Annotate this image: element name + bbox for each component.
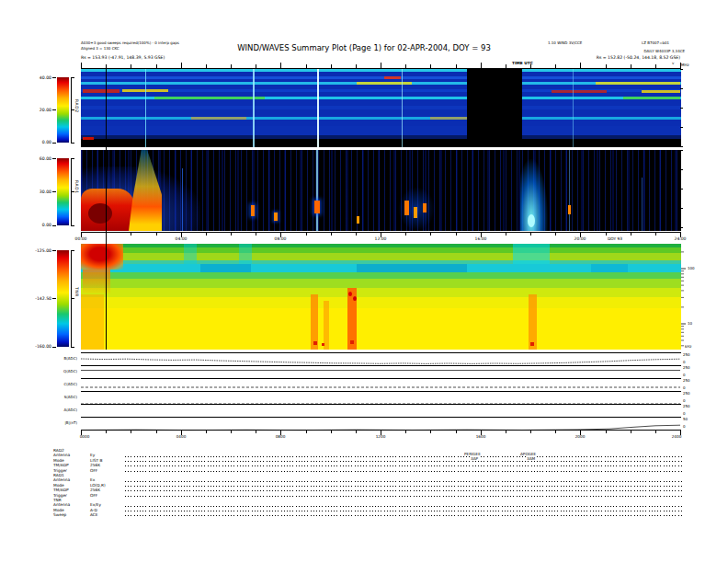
burst-blob [404, 201, 409, 215]
burst-blob [568, 205, 571, 214]
spectral-feature [552, 90, 607, 93]
strip-label: |B|(nT) [46, 420, 77, 425]
time-tick: 0400 [176, 434, 187, 439]
spectral-feature [384, 76, 401, 79]
header-daily: DAILY W4033P 3,34CE [644, 49, 685, 53]
rad1-right-ticks [680, 150, 683, 231]
burst-line [253, 69, 255, 147]
strip-scale: 250 [683, 352, 690, 357]
spectral-feature [642, 90, 680, 93]
mid-axis-labels: 00:00 04:00 08:00 12:00 16:00 20:00 24:0… [81, 236, 681, 242]
tnr-right-axis [681, 244, 694, 350]
rad2-right-ticks [680, 69, 683, 147]
legend-leader [125, 490, 682, 491]
rad2-cb-tick-label: 20.00 [24, 108, 51, 112]
apogee-sub-marker: 3AM [526, 456, 536, 461]
spectral-feature [83, 137, 94, 140]
rad2-cb-tick-label: 40.00 [24, 75, 51, 80]
legend-leader [125, 515, 682, 516]
spectral-feature [591, 264, 628, 272]
time-tick: 2400 [672, 434, 682, 439]
legend-leader [125, 496, 682, 497]
strip-row [81, 366, 681, 379]
data-gap-box [467, 69, 522, 147]
burst-line [573, 69, 574, 147]
rad1-spectrogram [81, 150, 681, 231]
spectral-feature [81, 244, 123, 270]
legend-leader [125, 471, 682, 472]
time-tick: 1600 [476, 434, 486, 439]
strip-label: B(ADC) [46, 356, 77, 361]
header-version: 1.10 WIND 3V/CCE [548, 40, 582, 45]
time-tick: 2000 [575, 434, 586, 439]
comet-core [528, 214, 535, 227]
time-tick: 12:00 [375, 236, 387, 241]
burst-line [402, 69, 403, 147]
tnr-cb-tick-label: -160.00 [20, 344, 51, 349]
legend-leader [125, 465, 682, 466]
burst-blob [414, 207, 417, 218]
strip-row [81, 353, 681, 366]
strip-scale: 50 [683, 417, 688, 421]
tnr-colorbar [57, 250, 69, 347]
instrument-legend: RAD2 Antenna Ey Mode LIST B TM/ADP 256K … [53, 448, 682, 518]
tnr-right-tick-label: 100 [688, 266, 695, 270]
strip-scale: 0 [683, 360, 686, 364]
spectral-feature [513, 244, 550, 264]
legend-value: ACE [90, 512, 125, 517]
time-tick: 16:00 [475, 236, 487, 241]
legend-leader [125, 506, 682, 507]
burst-line [317, 69, 319, 147]
rad2-spectrogram [81, 69, 681, 147]
burst-line [182, 168, 183, 231]
spectral-feature [357, 82, 412, 85]
strip-row [81, 418, 681, 431]
legend-leader [125, 511, 682, 511]
strip-row [81, 405, 681, 418]
burst-line [316, 150, 318, 231]
header-lz-file: LZ B7007=b01 [642, 40, 669, 45]
strip-scale: 0 [683, 398, 686, 403]
spectral-feature [184, 244, 197, 264]
legend-value: OFF [90, 468, 125, 473]
perigee-sub-marker: 3AP [470, 456, 479, 461]
burst-line [642, 178, 643, 231]
strip-scale: 0 [683, 385, 686, 390]
spectral-feature [200, 264, 251, 272]
rad1-cb-tick-label: 0.00 [24, 223, 51, 227]
rad1-panel-label: RAD1 [74, 180, 79, 194]
strip-row [81, 379, 681, 392]
time-tick: 0000 [80, 434, 90, 439]
strip-label: C(ADC) [46, 382, 77, 386]
strip-label: S(ADC) [46, 395, 77, 399]
strip-scale: 250 [683, 378, 690, 383]
red-speck [322, 343, 324, 346]
tnr-right-tick-label: 10 [688, 321, 692, 326]
burst-blob [423, 203, 427, 213]
spectral-feature [357, 264, 467, 272]
spectral-feature [430, 117, 467, 120]
strip-label: A(ADC) [46, 408, 77, 412]
strip-scale: 250 [683, 391, 690, 396]
legend-key: Sweep [53, 512, 90, 517]
red-speck [313, 341, 317, 345]
burst-line [145, 69, 146, 147]
red-speck [348, 292, 352, 296]
red-speck [350, 340, 354, 344]
legend-leader [125, 481, 682, 482]
legend-value: OFF [90, 493, 125, 498]
spacecraft-position-end: Rs = 152.82 (-50.24, 144.18, 8.52 GSE) [597, 55, 680, 60]
spectral-feature [191, 117, 246, 120]
burst-blob [251, 205, 255, 216]
legend-leader [125, 456, 682, 457]
time-tick: 00:00 [75, 236, 87, 241]
spectral-feature [596, 82, 680, 85]
tnr-panel-label: TNR [74, 287, 79, 297]
spectral-feature [81, 294, 104, 350]
strip-row [81, 392, 681, 405]
legend-row: Sweep ACE [53, 512, 682, 517]
spectral-feature [623, 97, 680, 99]
legend-leader [125, 486, 682, 487]
burst-blob [274, 213, 278, 221]
time-tick: 24:00 [675, 236, 687, 241]
